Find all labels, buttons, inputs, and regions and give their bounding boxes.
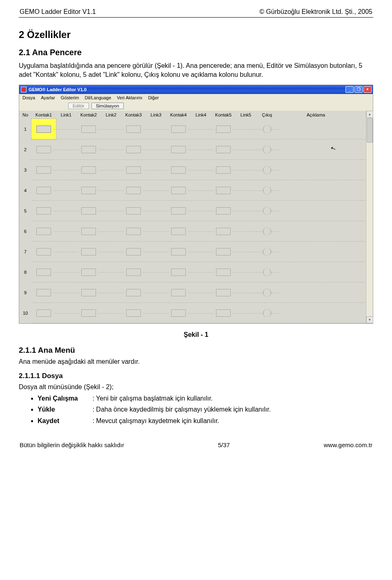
kontak-cell[interactable] <box>31 262 56 282</box>
kontak-cell[interactable] <box>31 221 56 242</box>
link-cell[interactable] <box>101 242 121 262</box>
link-cell[interactable] <box>56 242 76 262</box>
link-cell[interactable] <box>146 221 166 242</box>
kontak-cell[interactable] <box>31 180 56 201</box>
kontak-cell[interactable] <box>76 262 101 282</box>
scroll-down-button[interactable]: ▾ <box>366 316 373 323</box>
link-cell[interactable] <box>191 139 211 160</box>
scroll-thumb[interactable] <box>367 118 373 143</box>
kontak-cell[interactable] <box>166 262 191 282</box>
simulation-button[interactable]: Simülasyon <box>91 103 124 109</box>
kontak-cell[interactable] <box>211 262 236 282</box>
kontak-cell[interactable] <box>76 139 101 160</box>
kontak-cell[interactable] <box>121 180 146 201</box>
link-cell[interactable] <box>56 282 76 303</box>
output-cell[interactable] <box>256 160 278 180</box>
link-cell[interactable] <box>146 119 166 139</box>
link-cell[interactable] <box>101 201 121 221</box>
link-cell[interactable] <box>146 201 166 221</box>
link-cell[interactable] <box>236 201 256 221</box>
kontak-cell[interactable] <box>121 262 146 282</box>
link-cell[interactable] <box>146 242 166 262</box>
link-cell[interactable] <box>146 139 166 160</box>
link-cell[interactable] <box>101 303 121 323</box>
kontak-cell[interactable] <box>121 160 146 180</box>
link-cell[interactable] <box>56 119 76 139</box>
link-cell[interactable] <box>191 282 211 303</box>
kontak-cell[interactable] <box>166 139 191 160</box>
menu-diger[interactable]: Diğer <box>148 95 159 101</box>
link-cell[interactable] <box>236 119 256 139</box>
kontak-cell[interactable] <box>31 242 56 262</box>
kontak-cell[interactable] <box>211 139 236 160</box>
kontak-cell[interactable] <box>166 242 191 262</box>
link-cell[interactable] <box>56 201 76 221</box>
kontak-cell[interactable] <box>76 221 101 242</box>
kontak-cell[interactable] <box>121 242 146 262</box>
link-cell[interactable] <box>146 160 166 180</box>
kontak-cell[interactable] <box>211 242 236 262</box>
link-cell[interactable] <box>56 262 76 282</box>
kontak-cell[interactable] <box>121 282 146 303</box>
kontak-cell[interactable] <box>76 242 101 262</box>
menu-dil[interactable]: Dil/Language <box>85 95 111 101</box>
link-cell[interactable] <box>56 180 76 201</box>
link-cell[interactable] <box>191 221 211 242</box>
kontak-cell[interactable] <box>31 282 56 303</box>
kontak-cell[interactable] <box>121 303 146 323</box>
kontak-cell[interactable] <box>166 119 191 139</box>
kontak-cell[interactable] <box>166 201 191 221</box>
link-cell[interactable] <box>236 282 256 303</box>
menu-gosterim[interactable]: Gösterim <box>61 95 79 101</box>
kontak-cell[interactable] <box>31 303 56 323</box>
output-cell[interactable] <box>256 303 278 323</box>
kontak-cell[interactable] <box>121 139 146 160</box>
link-cell[interactable] <box>236 303 256 323</box>
kontak-cell[interactable] <box>31 160 56 180</box>
kontak-cell[interactable] <box>76 303 101 323</box>
output-cell[interactable] <box>256 262 278 282</box>
output-cell[interactable] <box>256 119 278 139</box>
menu-veri[interactable]: Veri Aktarımı <box>117 95 142 101</box>
minimize-button[interactable]: _ <box>345 86 354 93</box>
kontak-cell[interactable] <box>211 180 236 201</box>
close-button[interactable]: × <box>363 86 372 93</box>
kontak-cell[interactable] <box>121 201 146 221</box>
titlebar[interactable]: GEMO® Ladder Editor V1.0 _ ❐ × <box>19 85 373 94</box>
kontak-cell[interactable] <box>166 221 191 242</box>
scroll-up-button[interactable]: ▴ <box>366 111 373 118</box>
output-cell[interactable] <box>256 180 278 201</box>
kontak-cell[interactable] <box>121 221 146 242</box>
vertical-scrollbar[interactable]: ▴ ▾ <box>366 111 373 323</box>
kontak-cell[interactable] <box>166 160 191 180</box>
link-cell[interactable] <box>236 262 256 282</box>
maximize-button[interactable]: ❐ <box>354 86 363 93</box>
kontak-cell[interactable] <box>166 180 191 201</box>
link-cell[interactable] <box>146 303 166 323</box>
kontak-cell[interactable] <box>211 201 236 221</box>
kontak-cell[interactable] <box>211 119 236 139</box>
link-cell[interactable] <box>56 303 76 323</box>
link-cell[interactable] <box>191 180 211 201</box>
editor-button[interactable]: Editör <box>68 103 89 109</box>
kontak-cell[interactable] <box>76 201 101 221</box>
output-cell[interactable] <box>256 242 278 262</box>
menu-dosya[interactable]: Dosya <box>22 95 35 101</box>
link-cell[interactable] <box>146 262 166 282</box>
output-cell[interactable] <box>256 201 278 221</box>
kontak-cell[interactable] <box>211 221 236 242</box>
link-cell[interactable] <box>101 119 121 139</box>
link-cell[interactable] <box>146 180 166 201</box>
kontak-cell[interactable] <box>76 160 101 180</box>
output-cell[interactable] <box>256 139 278 160</box>
link-cell[interactable] <box>236 242 256 262</box>
output-cell[interactable] <box>256 221 278 242</box>
link-cell[interactable] <box>191 262 211 282</box>
link-cell[interactable] <box>101 221 121 242</box>
link-cell[interactable] <box>191 242 211 262</box>
output-cell[interactable] <box>256 282 278 303</box>
kontak-cell[interactable] <box>166 282 191 303</box>
kontak-cell[interactable] <box>76 282 101 303</box>
link-cell[interactable] <box>56 160 76 180</box>
link-cell[interactable] <box>56 139 76 160</box>
